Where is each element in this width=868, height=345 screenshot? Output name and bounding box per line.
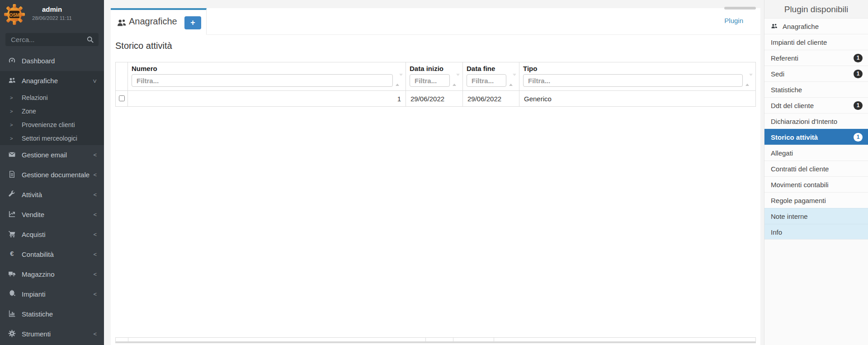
sidebar-item-statistiche[interactable]: Statistiche <box>0 304 104 324</box>
envelope-icon <box>8 146 17 153</box>
sidebar-item-label: Magazzino <box>22 270 55 278</box>
sort-icon[interactable] <box>745 76 750 84</box>
table-row[interactable]: 1 29/06/2022 29/06/2022 Generico <box>116 91 756 107</box>
sidebar-subitem-provenienze-clienti[interactable]: Provenienze clienti <box>0 118 104 132</box>
tab-label: Anagrafiche <box>129 16 177 27</box>
search-icon[interactable] <box>86 36 94 43</box>
sort-icon[interactable] <box>453 76 457 84</box>
sidebar-item-dashboard[interactable]: Dashboard <box>0 51 104 71</box>
count-badge: 1 <box>854 133 863 142</box>
section-title: Storico attività <box>115 41 172 51</box>
plugin-item-allegati[interactable]: Allegati <box>764 145 868 161</box>
column-label: Data fine <box>467 65 515 72</box>
bar-chart-icon <box>8 305 17 312</box>
subitem-label: Provenienze clienti <box>22 121 75 128</box>
sidebar-item-gestione-email[interactable]: Gestione email <box>0 145 104 165</box>
sidebar-item-contabilita[interactable]: Contabilità <box>0 245 104 265</box>
tab-anagrafiche[interactable]: Anagrafiche + <box>111 8 207 35</box>
sort-icon[interactable] <box>509 76 514 84</box>
sidebar-item-label: Acquisti <box>22 231 46 238</box>
plugin-item-label: Sedi <box>771 70 784 78</box>
chevron-left-icon <box>93 225 97 245</box>
sidebar-item-label: Impianti <box>22 290 46 298</box>
plant-icon <box>8 285 17 293</box>
scrollbar-thumb[interactable] <box>724 7 756 9</box>
plugin-item-impianti-del-cliente[interactable]: Impianti del cliente <box>764 34 868 50</box>
users-icon <box>117 18 127 28</box>
cart-icon <box>8 226 17 233</box>
filter-data-fine-input[interactable] <box>467 74 506 87</box>
sidebar-item-impianti[interactable]: Impianti <box>0 284 104 304</box>
sidebar-group-anagrafiche: Anagrafiche Relazioni Zone Provenienze c… <box>0 71 104 145</box>
osm-logo-icon[interactable]: OSM <box>4 4 25 25</box>
plugin-item-info[interactable]: Info <box>764 224 868 240</box>
tabbar-divider <box>207 34 760 35</box>
plugin-item-dichiarazioni-dintento[interactable]: Dichiarazioni d'Intento <box>764 113 868 129</box>
chevron-left-icon <box>93 185 97 205</box>
cell-data-inizio: 29/06/2022 <box>406 91 463 107</box>
chevron-left-icon <box>93 324 97 344</box>
sidebar-item-acquisti[interactable]: Acquisti <box>0 225 104 245</box>
plugin-item-regole-pagamenti[interactable]: Regole pagamenti <box>764 192 868 208</box>
plugin-item-sedi[interactable]: Sedi 1 <box>764 66 868 81</box>
plugin-item-label: Referenti <box>771 54 798 62</box>
plugin-item-label: Anagrafiche <box>783 23 819 30</box>
sidebar-header: OSM admin 28/06/2022 11:11 <box>0 0 104 28</box>
partial-table-strip <box>115 337 756 343</box>
header-data-fine: Data fine <box>463 62 519 91</box>
subitem-label: Relazioni <box>22 94 48 101</box>
chevron-left-icon <box>93 265 97 284</box>
chevron-down-icon <box>93 71 97 92</box>
count-badge: 1 <box>854 101 863 110</box>
main-area: Anagrafiche + Plugin Storico attività Nu… <box>104 0 764 345</box>
plugin-item-contratti-del-cliente[interactable]: Contratti del cliente <box>764 161 868 176</box>
plugin-item-label: Regole pagamenti <box>771 197 826 204</box>
count-badge: 1 <box>854 70 863 78</box>
sidebar-item-attivita[interactable]: Attività <box>0 185 104 205</box>
plugin-item-anagrafiche[interactable]: Anagrafiche <box>764 18 868 34</box>
plugin-item-label: Dichiarazioni d'Intento <box>771 118 837 125</box>
sidebar-subitem-relazioni[interactable]: Relazioni <box>0 91 104 104</box>
sidebar-item-label: Gestione documentale <box>22 171 90 179</box>
plugin-item-movimenti-contabili[interactable]: Movimenti contabili <box>764 176 868 192</box>
sidebar-item-vendite[interactable]: Vendite <box>0 205 104 225</box>
sidebar-item-magazzino[interactable]: Magazzino <box>0 265 104 284</box>
cell-numero: 1 <box>128 91 406 107</box>
plugin-item-label: Movimenti contabili <box>771 181 829 189</box>
sidebar-subitem-zone[interactable]: Zone <box>0 104 104 118</box>
sidebar-item-gestione-documentale[interactable]: Gestione documentale <box>0 165 104 185</box>
sidebar-item-anagrafiche[interactable]: Anagrafiche <box>0 71 104 91</box>
sidebar-item-label: Strumenti <box>22 330 51 338</box>
sidebar-item-strumenti[interactable]: Strumenti <box>0 324 104 344</box>
cell-data-fine: 29/06/2022 <box>463 91 519 107</box>
header-numero: Numero <box>128 62 406 91</box>
header-data-inizio: Data inizio <box>406 62 463 91</box>
euro-icon <box>8 246 17 253</box>
add-record-button[interactable]: + <box>184 16 201 29</box>
plugin-item-statistiche[interactable]: Statistiche <box>764 81 868 97</box>
plugin-item-label: Storico attività <box>771 133 818 141</box>
sidebar-item-label: Attività <box>22 191 42 198</box>
plugin-link[interactable]: Plugin <box>724 17 743 24</box>
search-input[interactable] <box>5 33 99 46</box>
plugin-panel: Plugin disponibili Anagrafiche Impianti … <box>764 0 868 345</box>
filter-tipo-input[interactable] <box>523 74 743 87</box>
plugin-item-note-interne[interactable]: Note interne <box>764 208 868 224</box>
plugin-item-ddt-del-cliente[interactable]: Ddt del cliente 1 <box>764 97 868 113</box>
plugin-item-label: Impianti del cliente <box>771 38 827 46</box>
plugin-item-storico-attivita[interactable]: Storico attività 1 <box>764 129 868 145</box>
plugin-item-label: Info <box>771 228 782 236</box>
plugin-item-label: Ddt del cliente <box>771 102 814 109</box>
filter-numero-input[interactable] <box>132 74 393 87</box>
row-checkbox[interactable] <box>119 95 125 101</box>
subitem-label: Zone <box>22 108 36 115</box>
plugin-item-label: Statistiche <box>771 86 802 94</box>
plugin-panel-title: Plugin disponibili <box>764 0 868 18</box>
sidebar-subitem-settori-merceologici[interactable]: Settori merceologici <box>0 132 104 145</box>
plugin-item-label: Contratti del cliente <box>771 165 829 173</box>
plugin-item-referenti[interactable]: Referenti 1 <box>764 50 868 66</box>
plugin-item-label: Allegati <box>771 149 793 157</box>
filter-data-inizio-input[interactable] <box>410 74 450 87</box>
plugin-item-label: Note interne <box>771 213 808 220</box>
sort-icon[interactable] <box>396 76 400 84</box>
